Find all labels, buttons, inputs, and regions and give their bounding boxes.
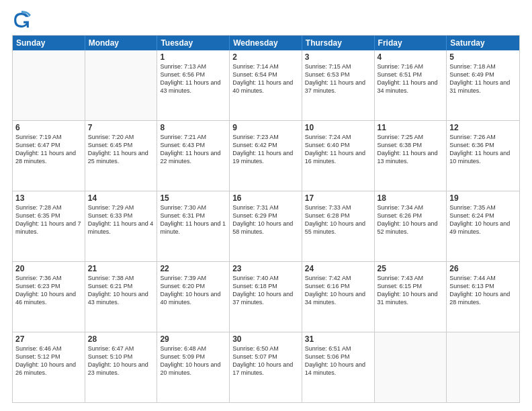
calendar-cell: 28Sunrise: 6:47 AM Sunset: 5:10 PM Dayli… xyxy=(85,332,158,402)
calendar-cell: 2Sunrise: 7:14 AM Sunset: 6:54 PM Daylig… xyxy=(230,50,302,120)
day-info: Sunrise: 6:46 AM Sunset: 5:12 PM Dayligh… xyxy=(15,345,82,377)
calendar-cell xyxy=(447,332,519,402)
day-number: 18 xyxy=(378,193,444,203)
calendar-cell: 16Sunrise: 7:31 AM Sunset: 6:29 PM Dayli… xyxy=(230,191,302,261)
calendar-cell: 31Sunrise: 6:51 AM Sunset: 5:06 PM Dayli… xyxy=(302,332,375,402)
day-info: Sunrise: 7:44 AM Sunset: 6:13 PM Dayligh… xyxy=(449,274,517,307)
day-number: 3 xyxy=(305,52,371,62)
calendar-cell: 4Sunrise: 7:16 AM Sunset: 6:51 PM Daylig… xyxy=(375,50,447,120)
day-info: Sunrise: 7:14 AM Sunset: 6:54 PM Dayligh… xyxy=(232,62,299,95)
weekday-header: Friday xyxy=(375,36,447,50)
day-info: Sunrise: 6:48 AM Sunset: 5:09 PM Dayligh… xyxy=(160,345,226,377)
weekday-header: Tuesday xyxy=(157,36,230,50)
day-number: 9 xyxy=(232,123,299,132)
calendar-cell: 9Sunrise: 7:23 AM Sunset: 6:42 PM Daylig… xyxy=(230,121,302,191)
day-number: 31 xyxy=(305,334,371,344)
calendar-cell: 24Sunrise: 7:42 AM Sunset: 6:16 PM Dayli… xyxy=(302,262,375,332)
day-info: Sunrise: 7:38 AM Sunset: 6:21 PM Dayligh… xyxy=(88,274,154,307)
logo xyxy=(12,11,34,30)
day-number: 27 xyxy=(15,334,82,344)
day-number: 8 xyxy=(160,123,226,132)
day-number: 20 xyxy=(15,264,82,273)
day-info: Sunrise: 7:43 AM Sunset: 6:15 PM Dayligh… xyxy=(378,274,444,307)
calendar-cell: 1Sunrise: 7:13 AM Sunset: 6:56 PM Daylig… xyxy=(157,50,230,120)
day-number: 29 xyxy=(160,334,226,344)
day-number: 28 xyxy=(88,334,154,344)
calendar-cell: 14Sunrise: 7:29 AM Sunset: 6:33 PM Dayli… xyxy=(85,191,158,261)
calendar: SundayMondayTuesdayWednesdayThursdayFrid… xyxy=(12,35,520,403)
day-info: Sunrise: 7:15 AM Sunset: 6:53 PM Dayligh… xyxy=(305,62,371,95)
day-info: Sunrise: 7:36 AM Sunset: 6:23 PM Dayligh… xyxy=(15,274,82,307)
weekday-header: Thursday xyxy=(302,36,375,50)
day-info: Sunrise: 7:18 AM Sunset: 6:49 PM Dayligh… xyxy=(449,62,517,95)
calendar-cell: 7Sunrise: 7:20 AM Sunset: 6:45 PM Daylig… xyxy=(85,121,158,191)
header xyxy=(12,11,520,30)
calendar-cell: 13Sunrise: 7:28 AM Sunset: 6:35 PM Dayli… xyxy=(13,191,85,261)
day-info: Sunrise: 7:21 AM Sunset: 6:43 PM Dayligh… xyxy=(160,133,226,166)
day-number: 26 xyxy=(449,264,517,273)
day-info: Sunrise: 7:25 AM Sunset: 6:38 PM Dayligh… xyxy=(378,133,444,166)
calendar-cell: 23Sunrise: 7:40 AM Sunset: 6:18 PM Dayli… xyxy=(230,262,302,332)
calendar-cell: 5Sunrise: 7:18 AM Sunset: 6:49 PM Daylig… xyxy=(447,50,519,120)
calendar-cell: 17Sunrise: 7:33 AM Sunset: 6:28 PM Dayli… xyxy=(302,191,375,261)
day-info: Sunrise: 7:19 AM Sunset: 6:47 PM Dayligh… xyxy=(15,133,82,166)
weekday-header: Sunday xyxy=(13,36,85,50)
calendar-row: 27Sunrise: 6:46 AM Sunset: 5:12 PM Dayli… xyxy=(13,332,519,402)
calendar-cell: 21Sunrise: 7:38 AM Sunset: 6:21 PM Dayli… xyxy=(85,262,158,332)
day-number: 19 xyxy=(449,193,517,203)
day-info: Sunrise: 6:47 AM Sunset: 5:10 PM Dayligh… xyxy=(88,345,154,377)
day-info: Sunrise: 7:39 AM Sunset: 6:20 PM Dayligh… xyxy=(160,274,226,307)
calendar-cell: 10Sunrise: 7:24 AM Sunset: 6:40 PM Dayli… xyxy=(302,121,375,191)
day-number: 13 xyxy=(15,193,82,203)
day-info: Sunrise: 7:35 AM Sunset: 6:24 PM Dayligh… xyxy=(449,203,517,236)
day-number: 12 xyxy=(449,123,517,132)
calendar-cell: 29Sunrise: 6:48 AM Sunset: 5:09 PM Dayli… xyxy=(157,332,230,402)
day-info: Sunrise: 7:20 AM Sunset: 6:45 PM Dayligh… xyxy=(88,133,154,166)
calendar-header: SundayMondayTuesdayWednesdayThursdayFrid… xyxy=(13,36,519,50)
day-number: 24 xyxy=(305,264,371,273)
calendar-row: 20Sunrise: 7:36 AM Sunset: 6:23 PM Dayli… xyxy=(13,261,519,332)
day-info: Sunrise: 7:30 AM Sunset: 6:31 PM Dayligh… xyxy=(160,203,226,236)
day-info: Sunrise: 7:13 AM Sunset: 6:56 PM Dayligh… xyxy=(160,62,226,95)
calendar-cell: 27Sunrise: 6:46 AM Sunset: 5:12 PM Dayli… xyxy=(13,332,85,402)
weekday-header: Monday xyxy=(85,36,158,50)
page: SundayMondayTuesdayWednesdayThursdayFrid… xyxy=(0,0,532,411)
day-info: Sunrise: 7:34 AM Sunset: 6:26 PM Dayligh… xyxy=(378,203,444,236)
calendar-cell: 26Sunrise: 7:44 AM Sunset: 6:13 PM Dayli… xyxy=(447,262,519,332)
calendar-cell: 19Sunrise: 7:35 AM Sunset: 6:24 PM Dayli… xyxy=(447,191,519,261)
day-number: 30 xyxy=(232,334,299,344)
day-number: 14 xyxy=(88,193,154,203)
day-info: Sunrise: 6:51 AM Sunset: 5:06 PM Dayligh… xyxy=(305,345,371,377)
day-number: 4 xyxy=(378,52,444,62)
calendar-cell xyxy=(13,50,85,120)
day-number: 7 xyxy=(88,123,154,132)
calendar-cell: 12Sunrise: 7:26 AM Sunset: 6:36 PM Dayli… xyxy=(447,121,519,191)
day-info: Sunrise: 7:42 AM Sunset: 6:16 PM Dayligh… xyxy=(305,274,371,307)
day-number: 11 xyxy=(378,123,444,132)
day-number: 5 xyxy=(449,52,517,62)
calendar-cell: 22Sunrise: 7:39 AM Sunset: 6:20 PM Dayli… xyxy=(157,262,230,332)
day-info: Sunrise: 7:16 AM Sunset: 6:51 PM Dayligh… xyxy=(378,62,444,95)
day-info: Sunrise: 7:28 AM Sunset: 6:35 PM Dayligh… xyxy=(15,203,82,236)
day-info: Sunrise: 7:24 AM Sunset: 6:40 PM Dayligh… xyxy=(305,133,371,166)
calendar-cell: 8Sunrise: 7:21 AM Sunset: 6:43 PM Daylig… xyxy=(157,121,230,191)
day-info: Sunrise: 7:26 AM Sunset: 6:36 PM Dayligh… xyxy=(449,133,517,166)
logo-icon xyxy=(12,11,31,30)
weekday-header: Saturday xyxy=(447,36,519,50)
day-number: 25 xyxy=(378,264,444,273)
day-number: 10 xyxy=(305,123,371,132)
calendar-row: 6Sunrise: 7:19 AM Sunset: 6:47 PM Daylig… xyxy=(13,120,519,191)
calendar-cell: 30Sunrise: 6:50 AM Sunset: 5:07 PM Dayli… xyxy=(230,332,302,402)
day-number: 17 xyxy=(305,193,371,203)
calendar-cell: 3Sunrise: 7:15 AM Sunset: 6:53 PM Daylig… xyxy=(302,50,375,120)
day-number: 21 xyxy=(88,264,154,273)
day-number: 23 xyxy=(232,264,299,273)
day-number: 6 xyxy=(15,123,82,132)
weekday-header: Wednesday xyxy=(230,36,302,50)
calendar-row: 13Sunrise: 7:28 AM Sunset: 6:35 PM Dayli… xyxy=(13,191,519,261)
day-info: Sunrise: 7:23 AM Sunset: 6:42 PM Dayligh… xyxy=(232,133,299,166)
calendar-cell: 20Sunrise: 7:36 AM Sunset: 6:23 PM Dayli… xyxy=(13,262,85,332)
day-info: Sunrise: 7:31 AM Sunset: 6:29 PM Dayligh… xyxy=(232,203,299,236)
day-number: 1 xyxy=(160,52,226,62)
calendar-cell: 18Sunrise: 7:34 AM Sunset: 6:26 PM Dayli… xyxy=(375,191,447,261)
